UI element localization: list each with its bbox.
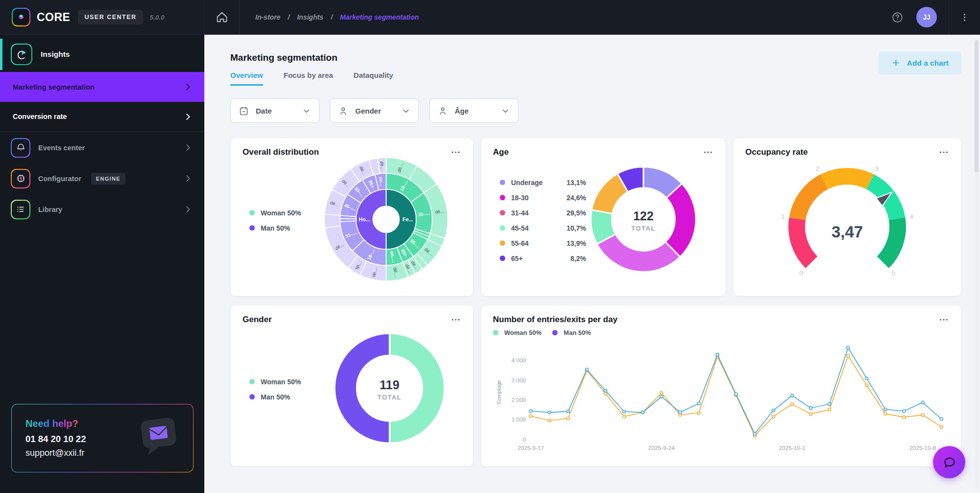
chevron-right-icon <box>183 143 193 152</box>
chevron-down-icon <box>302 106 311 116</box>
breadcrumb-separator: / <box>288 13 290 21</box>
svg-text:0: 0 <box>523 437 526 443</box>
legend-item[interactable]: Man 50% <box>552 329 591 336</box>
filter-label: Date <box>256 107 272 115</box>
svg-text:3 000: 3 000 <box>512 377 526 383</box>
legend-item[interactable]: Woman 50% <box>249 209 323 217</box>
svg-text:4 000: 4 000 <box>512 358 526 364</box>
legend-dot <box>552 330 558 335</box>
ellipsis-icon <box>450 314 461 325</box>
avatar[interactable]: JJ <box>916 7 937 27</box>
tab-overview[interactable]: Overview <box>230 71 263 86</box>
sidebar-item-conversion-rate[interactable]: Conversion rate <box>0 102 204 132</box>
legend-item[interactable]: 55-6413,9% <box>500 239 586 247</box>
list-icon <box>16 204 26 214</box>
legend-label: Underage <box>511 179 543 187</box>
legend-item[interactable]: Underage13,1% <box>500 179 586 187</box>
legend-item[interactable]: Woman 50% <box>249 378 323 386</box>
sidebar-item-label: Events center <box>38 144 85 152</box>
home-button[interactable] <box>204 0 240 34</box>
user-center-badge: USER CENTER <box>78 10 143 24</box>
svg-text:2: 2 <box>816 165 820 172</box>
product-name: CORE <box>37 11 70 24</box>
legend-dot <box>249 379 255 384</box>
card-menu-button[interactable] <box>450 314 461 325</box>
add-chart-button[interactable]: Add a chart <box>879 51 961 74</box>
legend-dot <box>500 225 505 231</box>
filter-âge[interactable]: Âge <box>429 98 518 123</box>
legend-value: 13,1% <box>560 179 586 187</box>
help-button[interactable] <box>891 11 904 23</box>
tab-dataquality[interactable]: Dataquality <box>354 71 393 86</box>
breadcrumb-item[interactable]: In-store <box>255 13 280 21</box>
svg-text:Ho...: Ho... <box>359 216 370 222</box>
card-title: Number of entries/exits per day <box>493 315 617 325</box>
legend-dot <box>249 225 255 231</box>
legend-value: 13,9% <box>560 239 586 247</box>
calendar-icon <box>239 106 249 116</box>
legend-dot <box>500 256 505 261</box>
scrollbar-thumb[interactable] <box>975 40 979 172</box>
sidebar-item-configurator[interactable]: ConfiguratorENGINE <box>0 163 204 194</box>
filter-gender[interactable]: Gender <box>330 98 419 123</box>
sidebar-item-library[interactable]: Library <box>0 194 204 225</box>
card-menu-button[interactable] <box>703 147 713 158</box>
legend-label: Woman 50% <box>261 378 301 386</box>
kebab-icon <box>959 12 970 23</box>
legend-item[interactable]: Man 50% <box>249 393 323 401</box>
card-menu-button[interactable] <box>938 314 949 325</box>
legend-item[interactable]: 31-4429,5% <box>500 209 586 217</box>
breadcrumb-item[interactable]: Insights <box>297 13 323 21</box>
filter-label: Gender <box>355 107 381 115</box>
svg-text:3: 3 <box>875 165 879 172</box>
svg-text:1: 1 <box>781 213 785 220</box>
topbar-actions: JJ <box>891 0 980 34</box>
topbar: CORE USER CENTER 5.0.0 In-store/Insights… <box>0 0 980 35</box>
card-entries-exits: Number of entries/exits per day Woman 50… <box>481 305 961 467</box>
chat-fab-button[interactable] <box>933 446 965 478</box>
main-content: Marketing segmentation Add a chart Overv… <box>204 35 980 493</box>
ellipsis-icon <box>938 314 949 325</box>
sidebar-item-label: Marketing segmentation <box>13 83 95 91</box>
plus-icon <box>891 58 901 68</box>
gauge-icon <box>16 49 27 60</box>
chevron-down-icon <box>401 106 411 116</box>
entries-line-chart: 01 0002 0003 0004 000Comptage2025-9-1720… <box>493 339 949 454</box>
legend-item[interactable]: Man 50% <box>249 224 323 232</box>
scrollbar[interactable] <box>974 38 979 490</box>
legend-label: 18-30 <box>511 194 529 202</box>
legend-item[interactable]: 18-3024,6% <box>500 194 586 202</box>
bell-icon <box>16 142 26 153</box>
sidebar-item-insights[interactable]: Insights <box>0 41 204 68</box>
svg-text:2025-10-1: 2025-10-1 <box>779 445 805 451</box>
card-menu-button[interactable] <box>450 147 461 158</box>
version-label: 5.0.0 <box>150 14 165 21</box>
legend-dot <box>500 195 505 200</box>
help-email: support@xxii.fr <box>25 448 86 458</box>
legend-item[interactable]: Woman 50% <box>493 329 541 336</box>
breadcrumb-item[interactable]: Marketing segmentation <box>340 13 419 21</box>
sidebar-item-marketing-segmentation[interactable]: Marketing segmentation <box>0 72 204 102</box>
ellipsis-icon <box>938 147 949 158</box>
card-menu-button[interactable] <box>938 147 949 158</box>
filter-date[interactable]: Date <box>230 98 319 123</box>
sidebar-item-events-center[interactable]: Events center <box>0 132 204 163</box>
logo-zone: CORE USER CENTER 5.0.0 <box>0 0 204 34</box>
legend-value: 10,7% <box>560 224 586 232</box>
chevron-right-icon <box>183 205 193 214</box>
legend-item[interactable]: 45-5410,7% <box>500 224 586 232</box>
legend-dot <box>249 210 255 215</box>
page-title: Marketing segmentation <box>230 52 961 63</box>
legend-item[interactable]: 65+8,2% <box>500 255 586 262</box>
card-title: Age <box>493 147 509 157</box>
more-menu-button[interactable] <box>949 0 980 34</box>
support-bubble-icon <box>133 413 183 463</box>
card-age: Age Underage13,1%18-3024,6%31-4429,5%45-… <box>481 138 726 296</box>
svg-text:0: 0 <box>799 269 803 277</box>
tab-focus-by-area[interactable]: Focus by area <box>284 71 333 86</box>
svg-text:4: 4 <box>910 213 914 220</box>
svg-text:2 000: 2 000 <box>512 397 526 403</box>
card-occupancy-rate: Occupancy rate 0123453,47 <box>733 138 961 296</box>
card-gender: Gender Woman 50%Man 50% 119 TOTAL <box>230 305 473 467</box>
tab-bar: OverviewFocus by areaDataquality <box>230 71 961 86</box>
